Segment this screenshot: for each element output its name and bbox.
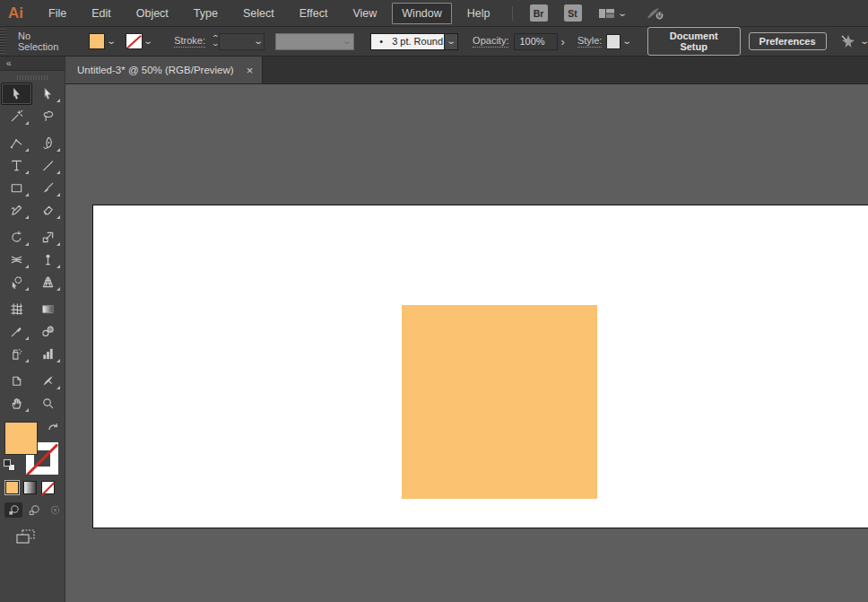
menu-type[interactable]: Type [184,3,228,24]
style-swatch[interactable] [606,34,621,49]
puppet-warp-tool[interactable] [32,249,64,271]
width-tool[interactable] [1,249,32,271]
rotate-tool-icon [10,231,23,244]
brush-definition-dropdown[interactable]: • 3 pt. Round [370,33,445,50]
shape-builder-tool-icon [10,275,23,289]
menu-bar: Ai File Edit Object Type Select Effect V… [0,0,868,27]
paintbrush-tool[interactable] [32,177,64,199]
mesh-tool[interactable] [1,298,32,320]
menu-help[interactable]: Help [457,3,500,24]
column-graph-tool-icon [41,347,55,361]
curvature-tool-icon [41,136,55,150]
direct-selection-tool[interactable] [32,83,64,105]
selection-tool-icon [10,87,23,100]
change-screen-mode-button[interactable] [16,529,65,548]
menu-file[interactable]: File [39,3,76,24]
gradient-button[interactable] [23,481,37,494]
swap-fill-stroke-icon[interactable] [47,422,60,438]
slice-tool[interactable] [32,370,64,392]
symbol-sprayer-tool[interactable] [1,343,32,365]
variable-width-profile-dropdown[interactable]: ⌄ [275,33,354,50]
none-button[interactable] [41,481,55,494]
document-tab-bar: Untitled-3* @ 50% (RGB/Preview) × [65,57,868,84]
curvature-tool[interactable] [32,132,64,154]
draw-behind-button[interactable] [25,502,43,518]
brush-chevron-icon[interactable]: ⌄ [445,33,458,50]
shaper-tool-icon [10,204,23,217]
stroke-weight-stepper[interactable]: ⌃⌄ [213,36,219,47]
preferences-button[interactable]: Preferences [749,32,827,50]
app-logo: Ai [8,4,23,22]
rotate-tool[interactable] [1,226,32,249]
slice-tool-icon [41,374,55,388]
type-tool[interactable] [1,154,32,177]
collapse-panel-icon[interactable]: « [6,58,12,68]
pen-tool[interactable] [1,132,32,154]
stroke-weight-label[interactable]: Stroke: [174,35,205,48]
eraser-tool[interactable] [32,199,64,222]
fill-color-swatch[interactable] [89,33,105,49]
scale-tool[interactable] [32,226,64,249]
zoom-tool[interactable] [32,392,64,414]
shaper-tool[interactable] [1,199,32,222]
lasso-tool-icon [41,109,55,123]
artboard-object[interactable] [402,305,597,499]
document-tab[interactable]: Untitled-3* @ 50% (RGB/Preview) × [65,57,263,83]
artboard-tool[interactable] [1,370,32,392]
column-graph-tool[interactable] [32,343,64,365]
draw-normal-button[interactable] [4,502,22,518]
blend-tool[interactable] [32,320,64,343]
perspective-grid-tool[interactable] [32,271,64,293]
stock-button[interactable]: St [564,4,582,22]
mesh-tool-icon [10,302,23,316]
type-tool-icon [10,159,23,172]
direct-selection-tool-icon [41,87,55,100]
workspace-layout-icon[interactable] [599,7,614,20]
draw-inside-icon [49,504,61,516]
stroke-color-chevron-icon[interactable]: ⌄ [143,33,155,49]
line-segment-tool-icon [41,159,55,172]
color-type-buttons [0,481,65,494]
canvas-area[interactable] [65,84,868,602]
selection-tool[interactable] [1,83,32,105]
shape-builder-tool[interactable] [1,271,32,293]
tab-close-icon[interactable]: × [247,65,254,76]
control-bar: No Selection ⌄ ⌄ Stroke: ⌃⌄ ⌄ ⌄ • 3 pt. … [0,27,868,57]
opacity-label[interactable]: Opacity: [473,35,508,48]
rectangle-tool[interactable] [1,177,32,199]
select-similar-button[interactable]: ⌄ [839,33,868,49]
drawing-mode-buttons [0,502,65,518]
fill-color-chevron-icon[interactable]: ⌄ [105,33,117,49]
document-setup-button[interactable]: Document Setup [647,27,741,56]
menu-effect[interactable]: Effect [290,3,338,24]
gpu-performance-icon[interactable] [646,6,665,21]
bridge-button[interactable]: Br [530,4,548,22]
menu-select[interactable]: Select [233,3,284,24]
tools-panel-header[interactable]: « [0,57,65,71]
workspace-chevron-icon[interactable]: ⌄ [617,9,628,18]
fill-indicator[interactable] [4,422,38,455]
stroke-color-swatch[interactable] [126,33,142,49]
menu-edit[interactable]: Edit [82,3,121,24]
menu-object[interactable]: Object [126,3,178,24]
control-bar-grip[interactable] [0,29,6,54]
line-segment-tool[interactable] [32,154,64,177]
opacity-input[interactable]: 100% [514,33,557,50]
menu-window[interactable]: Window [392,3,451,24]
gradient-tool[interactable] [32,298,64,320]
eyedropper-tool[interactable] [1,320,32,343]
style-chevron-icon[interactable]: ⌄ [621,33,633,49]
zoom-tool-icon [41,397,55,410]
draw-inside-button[interactable] [46,502,64,518]
stroke-weight-combobox[interactable]: ⌄ [219,33,265,50]
default-fill-stroke-icon[interactable] [4,459,15,471]
opacity-arrow-icon[interactable]: › [558,35,569,48]
menu-view[interactable]: View [343,3,386,24]
magic-wand-tool[interactable] [1,105,32,127]
tools-panel-grip-icon[interactable] [17,75,48,80]
hand-tool-icon [10,397,23,410]
color-button[interactable] [5,481,19,494]
style-label[interactable]: Style: [577,35,603,48]
hand-tool[interactable] [1,392,32,414]
lasso-tool[interactable] [32,105,64,127]
